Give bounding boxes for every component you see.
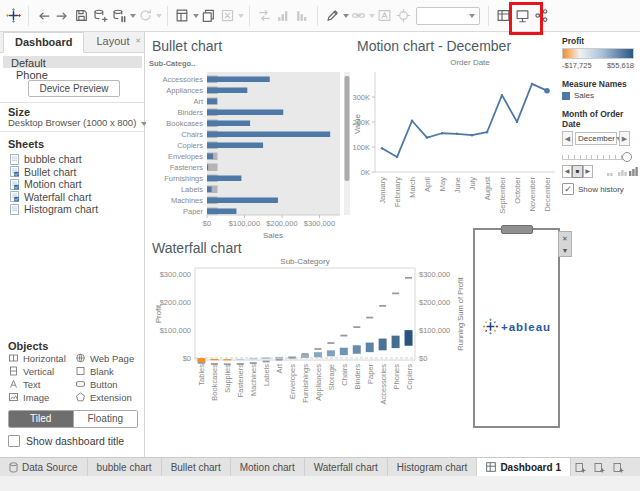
bullet-bar-paper[interactable]	[207, 209, 236, 215]
waterfall-bar-supplies[interactable]	[223, 359, 231, 360]
object-text[interactable]: Text	[8, 378, 40, 390]
tab-dashboard[interactable]: Dashboard	[3, 32, 84, 53]
measure-entry[interactable]: Sales	[562, 91, 638, 100]
data-point-december[interactable]	[544, 88, 550, 94]
bullet-bar-accessories[interactable]	[207, 77, 270, 83]
waterfall-bar-chairs[interactable]	[340, 348, 348, 355]
speed-fast-icon[interactable]	[629, 167, 638, 176]
motion-chart[interactable]: Motion chart - December Order Date0K100K…	[352, 36, 562, 236]
show-dashboard-title-checkbox[interactable]	[8, 435, 20, 447]
running-sum-mark[interactable]	[276, 359, 283, 361]
running-sum-mark[interactable]	[327, 342, 334, 344]
undo-button[interactable]	[34, 3, 53, 29]
data-point-february[interactable]	[396, 156, 398, 158]
show-history-checkbox[interactable]: ✓	[562, 183, 574, 195]
data-point-october[interactable]	[516, 121, 518, 123]
data-point-august[interactable]	[486, 131, 488, 133]
waterfall-bar-machines[interactable]	[249, 358, 257, 359]
sheet-tab-dashboard-1[interactable]: Dashboard 1	[477, 458, 571, 476]
bullet-bar-machines[interactable]	[207, 198, 278, 204]
duplicate-sheet-button[interactable]	[199, 3, 218, 29]
object-horizontal[interactable]: Horizontal	[8, 352, 66, 364]
bullet-bar-chairs[interactable]	[207, 132, 330, 138]
running-sum-mark[interactable]	[392, 292, 399, 294]
sheet-tab-motion-chart[interactable]: Motion chart	[231, 458, 305, 476]
sheet-item-motion-chart[interactable]: Motion chart	[10, 178, 82, 190]
save-button[interactable]	[72, 3, 91, 29]
waterfall-chart[interactable]: Waterfall chart Sub-Category$0$0$100,000…	[147, 238, 480, 457]
bullet-bar-bookcases[interactable]	[207, 121, 250, 127]
link-button[interactable]	[349, 3, 368, 29]
object-image[interactable]: Image	[8, 391, 49, 403]
device-item-phone[interactable]: Phone	[3, 68, 142, 80]
waterfall-bar-labels[interactable]	[262, 357, 270, 359]
waterfall-bar-accessories[interactable]	[379, 339, 387, 351]
stop-button[interactable]: ■	[572, 165, 582, 178]
fix-axes-button[interactable]	[394, 3, 413, 29]
waterfall-bar-copiers[interactable]	[405, 330, 413, 346]
bullet-chart[interactable]: Bullet chart Sub-Catego..AccessoriesAppl…	[147, 36, 353, 238]
chevron-down-icon[interactable]: ▼	[562, 247, 569, 254]
waterfall-bar-art[interactable]	[275, 357, 283, 359]
waterfall-bar-fasteners[interactable]	[236, 359, 244, 360]
sheet-tab-histogram-chart[interactable]: Histogram chart	[388, 458, 478, 476]
highlight-button[interactable]	[323, 3, 342, 29]
scrollbar-thumb[interactable]	[345, 76, 350, 181]
waterfall-bar-binders[interactable]	[353, 345, 361, 353]
bullet-bar-envelopes[interactable]	[207, 154, 213, 160]
running-sum-mark[interactable]	[263, 361, 270, 363]
object-blank[interactable]: Blank	[75, 365, 114, 377]
waterfall-bar-appliances[interactable]	[314, 352, 322, 357]
data-point-april[interactable]	[426, 136, 428, 138]
running-sum-mark[interactable]	[314, 348, 321, 350]
running-sum-mark[interactable]	[353, 326, 360, 328]
waterfall-bar-storage[interactable]	[327, 350, 335, 356]
fit-select[interactable]	[416, 7, 480, 25]
object-extension[interactable]: Extension	[75, 391, 132, 403]
object-webpage[interactable]: Web Page	[75, 352, 134, 364]
step-back-button[interactable]: ◀	[562, 165, 572, 178]
data-point-june[interactable]	[456, 133, 458, 135]
size-dropdown[interactable]: Desktop Browser (1000 x 800)	[8, 117, 147, 128]
data-point-november[interactable]	[531, 83, 533, 85]
object-button[interactable]: Button	[75, 378, 117, 390]
pause-autoupdates-button[interactable]	[110, 3, 129, 29]
bullet-bar-appliances[interactable]	[207, 88, 247, 94]
sheet-tab-data-source[interactable]: Data Source	[0, 458, 88, 476]
redo-button[interactable]	[53, 3, 72, 29]
waterfall-chart-plot[interactable]: Sub-Category$0$0$100,000$100,000$200,000…	[147, 238, 480, 457]
device-preview-button[interactable]: Device Preview	[28, 80, 120, 97]
sheet-item-waterfall-chart[interactable]: Waterfall chart	[10, 191, 91, 203]
new-datasource-button[interactable]	[91, 3, 110, 29]
device-item-default[interactable]: Default	[3, 56, 142, 68]
data-point-may[interactable]	[441, 132, 443, 134]
run-autoupdate-button[interactable]	[136, 3, 155, 29]
bullet-bar-copiers[interactable]	[207, 143, 263, 149]
tiled-button[interactable]: Tiled	[9, 411, 73, 427]
month-prev-button[interactable]: ◀	[562, 131, 573, 146]
measure-names-legend[interactable]: Measure Names Sales	[562, 79, 638, 100]
floating-logo-object[interactable]: ✕ ▼ +ableau	[473, 228, 560, 428]
data-point-july[interactable]	[471, 134, 473, 136]
pane-options-icon[interactable]: ✕	[135, 37, 141, 45]
sheet-tab-bullet-chart[interactable]: Bullet chart	[162, 458, 231, 476]
month-slider[interactable]	[562, 151, 632, 161]
running-sum-mark[interactable]	[366, 317, 373, 319]
running-sum-mark[interactable]	[302, 353, 309, 355]
speed-slow-icon[interactable]	[607, 167, 616, 176]
sheet-tab-bubble-chart[interactable]: bubble chart	[88, 458, 162, 476]
running-sum-mark[interactable]	[379, 305, 386, 307]
running-sum-mark[interactable]	[340, 335, 347, 337]
waterfall-bar-phones[interactable]	[392, 336, 400, 348]
tab-layout[interactable]: Layout	[84, 31, 141, 52]
sales-line[interactable]	[382, 84, 547, 157]
waterfall-bar-paper[interactable]	[366, 343, 374, 353]
sheet-item-bubble-chart[interactable]: bubble chart	[10, 153, 82, 165]
swap-rows-columns-button[interactable]	[255, 3, 274, 29]
running-sum-mark[interactable]	[250, 362, 257, 364]
new-dashboard-tab-button[interactable]	[590, 458, 609, 476]
waterfall-bar-bookcases[interactable]	[210, 359, 218, 360]
month-dropdown[interactable]: December	[575, 132, 617, 145]
bullet-bar-furnishings[interactable]	[207, 176, 241, 182]
close-icon[interactable]: ✕	[562, 235, 568, 242]
